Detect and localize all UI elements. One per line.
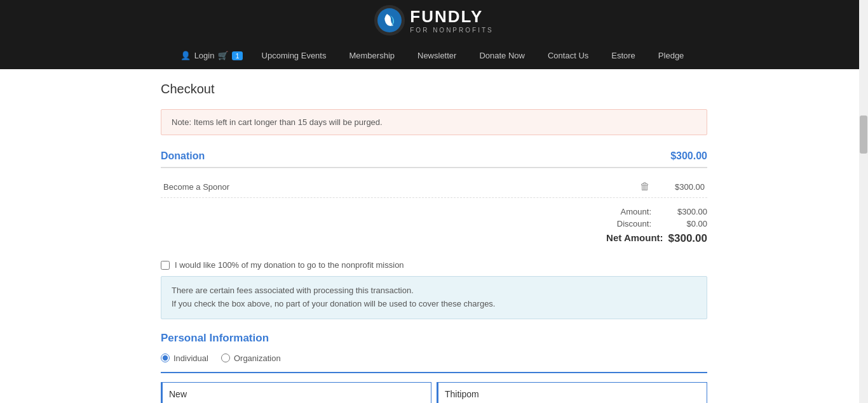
cart-icon: 🛒 xyxy=(218,51,228,60)
logo-text: FUNDLY FOR NONPROFITS xyxy=(410,7,493,34)
donation-item-amount: $300.00 xyxy=(660,182,705,192)
amount-label: Amount: xyxy=(621,207,651,216)
info-line1: There are certain fees associated with p… xyxy=(172,284,696,298)
amount-row: Amount: $300.00 xyxy=(161,206,707,218)
individual-radio[interactable] xyxy=(161,353,170,362)
nav-membership[interactable]: Membership xyxy=(345,48,398,63)
info-box: There are certain fees associated with p… xyxy=(161,276,707,319)
main-content: Checkout Note: Items left in cart longer… xyxy=(148,69,720,403)
individual-option[interactable]: Individual xyxy=(161,353,208,363)
net-amount-row: Net Amount: $300.00 xyxy=(161,230,707,248)
person-type-row: Individual Organization xyxy=(161,353,707,363)
discount-row: Discount: $0.00 xyxy=(161,218,707,230)
donation-row-right: 🗑 $300.00 xyxy=(640,181,705,192)
top-bar: FUNDLY FOR NONPROFITS 👤 Login 🛒 1 Upcomi… xyxy=(0,0,868,69)
net-label: Net Amount: xyxy=(606,232,663,245)
discount-value: $0.00 xyxy=(656,219,707,228)
donation-checkbox-row: I would like 100% of my donation to go t… xyxy=(161,260,707,270)
first-name-field xyxy=(161,382,431,403)
brand-sub: FOR NONPROFITS xyxy=(410,27,493,34)
last-name-input[interactable] xyxy=(437,382,707,403)
name-row xyxy=(161,382,707,403)
net-value: $300.00 xyxy=(668,232,707,245)
donation-label: Donation xyxy=(161,150,205,162)
organization-option[interactable]: Organization xyxy=(221,353,281,363)
login-label: Login xyxy=(194,51,215,60)
scrollbar[interactable] xyxy=(859,0,868,403)
nav-bar: 👤 Login 🛒 1 Upcoming Events Membership N… xyxy=(0,42,868,69)
user-icon: 👤 xyxy=(180,51,191,60)
first-name-input[interactable] xyxy=(161,382,431,403)
donation-checkbox-label[interactable]: I would like 100% of my donation to go t… xyxy=(175,260,404,270)
donation-section-header: Donation $300.00 xyxy=(161,150,707,168)
personal-info-section: Personal Information Individual Organiza… xyxy=(161,332,707,403)
summary-table: Amount: $300.00 Discount: $0.00 Net Amou… xyxy=(161,206,707,248)
nav-contact-us[interactable]: Contact Us xyxy=(544,48,592,63)
organization-radio[interactable] xyxy=(221,353,230,362)
logo-icon xyxy=(374,5,405,36)
brand-name: FUNDLY xyxy=(410,7,483,27)
donation-checkbox-area: I would like 100% of my donation to go t… xyxy=(161,260,707,319)
scrollbar-thumb[interactable] xyxy=(860,116,867,154)
individual-label: Individual xyxy=(173,353,208,363)
logo-area: FUNDLY FOR NONPROFITS xyxy=(374,5,493,42)
donation-total: $300.00 xyxy=(670,150,707,162)
organization-label: Organization xyxy=(234,353,281,363)
delete-icon[interactable]: 🗑 xyxy=(640,181,650,192)
nav-newsletter[interactable]: Newsletter xyxy=(414,48,460,63)
login-button[interactable]: 👤 Login 🛒 1 xyxy=(180,51,243,60)
form-divider xyxy=(161,372,707,373)
last-name-field xyxy=(437,382,707,403)
amount-value: $300.00 xyxy=(656,207,707,216)
donation-row: Become a Sponor 🗑 $300.00 xyxy=(161,176,707,198)
donation-item-name: Become a Sponor xyxy=(163,182,229,192)
alert-note: Note: Items left in cart longer than 15 … xyxy=(161,109,707,135)
nav-upcoming-events[interactable]: Upcoming Events xyxy=(258,48,330,63)
nav-donate-now[interactable]: Donate Now xyxy=(475,48,529,63)
cart-badge: 1 xyxy=(232,51,242,60)
personal-info-title: Personal Information xyxy=(161,332,707,345)
nav-estore[interactable]: Estore xyxy=(607,48,639,63)
info-line2: If you check the box above, no part of y… xyxy=(172,298,696,311)
discount-label: Discount: xyxy=(617,219,651,228)
page-title: Checkout xyxy=(161,82,707,96)
nav-pledge[interactable]: Pledge xyxy=(654,48,688,63)
donation-checkbox[interactable] xyxy=(161,261,170,270)
